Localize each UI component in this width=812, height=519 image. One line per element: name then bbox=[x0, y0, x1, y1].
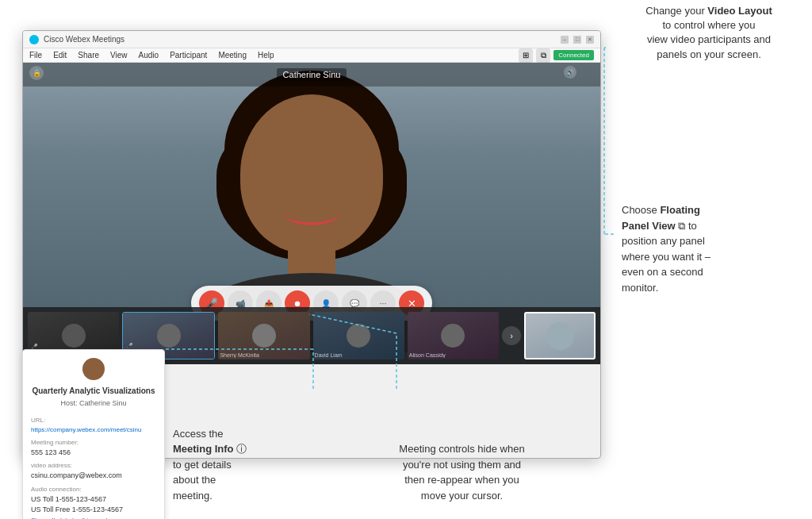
access-the-text: Access the bbox=[173, 428, 224, 440]
annotation-top-right: Change your Video Layout to control wher… bbox=[614, 4, 804, 62]
annotation-position-text: position any panel bbox=[622, 235, 705, 247]
smile bbox=[284, 202, 339, 225]
float-panel-button[interactable]: ⧉ bbox=[536, 48, 550, 63]
panel-meeting-title: Quarterly Analytic Visualizations bbox=[31, 385, 156, 397]
meeting-url[interactable]: https://company.webex.com/meet/csinu bbox=[31, 425, 156, 435]
annotation-mid-right: Choose FloatingPanel View ⧉ to position … bbox=[622, 202, 804, 295]
menu-view[interactable]: View bbox=[110, 51, 128, 60]
header-right-icons: ⊞ ⧉ Connected bbox=[519, 48, 594, 63]
annotation-video-layout-bold: Video Layout bbox=[707, 5, 772, 17]
connected-badge: Connected bbox=[553, 50, 594, 60]
annotation-control-text: to control where you bbox=[662, 19, 755, 31]
video-top-bar: 🔒 Catherine Sinu 🔊 bbox=[23, 63, 600, 86]
layout-button[interactable]: ⊞ bbox=[519, 48, 533, 63]
floating-video-tile bbox=[524, 312, 596, 359]
to-get-text: to get details bbox=[173, 459, 232, 471]
speaker-icon: 🔊 bbox=[564, 66, 576, 79]
menu-bar: File Edit Share View Audio Participant M… bbox=[23, 48, 600, 63]
title-bar: Cisco Webex Meetings – □ ✕ bbox=[23, 31, 600, 48]
video-area: 🔒 Catherine Sinu 🔊 🎤 📹 📤 ⏺ 👤 💬 ··· ✕ Adr… bbox=[23, 63, 600, 364]
meeting-text: meeting. bbox=[173, 490, 213, 502]
close-button[interactable]: ✕ bbox=[586, 36, 594, 44]
annotation-to-text: to bbox=[688, 220, 697, 232]
video-address: csinu.company@webex.com bbox=[31, 471, 156, 482]
meeting-number: 555 123 456 bbox=[31, 448, 156, 459]
annotation-monitor-text: monitor. bbox=[622, 282, 658, 294]
annotation-change-text: Change your bbox=[645, 5, 707, 17]
annotation-bottom-left: Access the Meeting Info ⓘ to get details… bbox=[173, 426, 339, 504]
url-label: URL: bbox=[31, 416, 156, 425]
cursor-text: move your cursor. bbox=[421, 490, 503, 502]
thumb-mic-2: 🎤 bbox=[126, 343, 133, 349]
annotation-float-icon: ⧉ bbox=[678, 220, 685, 232]
maximize-button[interactable]: □ bbox=[573, 36, 581, 44]
thumb-name-4: David Liam bbox=[315, 352, 403, 358]
webex-logo bbox=[29, 35, 39, 44]
menu-edit[interactable]: Edit bbox=[53, 51, 67, 60]
window-controls: – □ ✕ bbox=[561, 36, 594, 44]
thumb-name-5: Alison Cassidy bbox=[409, 352, 497, 358]
menu-audio[interactable]: Audio bbox=[139, 51, 159, 60]
about-text: about the bbox=[173, 474, 216, 486]
video-address-label: video address: bbox=[31, 461, 156, 471]
annotation-even-text: even on a second bbox=[622, 266, 703, 278]
window-title: Cisco Webex Meetings bbox=[44, 35, 561, 44]
thumb-name-3: Sherry McKinita bbox=[220, 352, 308, 358]
info-circle-icon: ⓘ bbox=[236, 443, 247, 455]
annotation-where-text: where you want it – bbox=[622, 251, 710, 263]
audio-toll: US Toll 1-555-123-4567 bbox=[31, 494, 156, 506]
minimize-button[interactable]: – bbox=[561, 36, 569, 44]
face-skin bbox=[240, 94, 383, 253]
global-numbers-link[interactable]: Show all global call-in numbers bbox=[31, 516, 156, 520]
meeting-info-bold: Meeting Info bbox=[173, 443, 234, 455]
next-thumbnails-button[interactable]: › bbox=[502, 326, 521, 345]
not-using-text: you're not using them and bbox=[403, 459, 521, 471]
menu-file[interactable]: File bbox=[29, 51, 42, 60]
thumbnail-4[interactable]: David Liam bbox=[313, 312, 404, 359]
controls-hide-text: Meeting controls hide when bbox=[399, 443, 524, 455]
audio-label: Audio connection: bbox=[31, 485, 156, 494]
menu-help[interactable]: Help bbox=[258, 51, 274, 60]
annotation-view-text: view video participants and bbox=[647, 33, 771, 45]
lock-icon: 🔒 bbox=[29, 66, 44, 80]
menu-participant[interactable]: Participant bbox=[170, 51, 207, 60]
menu-share[interactable]: Share bbox=[78, 51, 99, 60]
thumbnail-3[interactable]: Sherry McKinita bbox=[218, 312, 309, 359]
menu-meeting[interactable]: Meeting bbox=[218, 51, 247, 60]
panel-host: Host: Catherine Sinu bbox=[31, 398, 156, 409]
annotation-panels-text: panels on your screen. bbox=[657, 48, 761, 60]
speaker-name-label: Catherine Sinu bbox=[277, 68, 347, 81]
audio-tollfree: US Toll Free 1-555-123-4567 bbox=[31, 505, 156, 516]
annotation-choose-text: Choose bbox=[622, 204, 660, 216]
reappear-text: then re-appear when you bbox=[404, 474, 519, 486]
thumbnail-5[interactable]: Alison Cassidy bbox=[408, 312, 499, 359]
panel-avatar bbox=[82, 358, 105, 380]
meeting-info-panel: Quarterly Analytic Visualizations Host: … bbox=[22, 349, 165, 519]
meeting-number-label: Meeting number: bbox=[31, 438, 156, 448]
annotation-bottom-right: Meeting controls hide when you're not us… bbox=[361, 441, 563, 503]
